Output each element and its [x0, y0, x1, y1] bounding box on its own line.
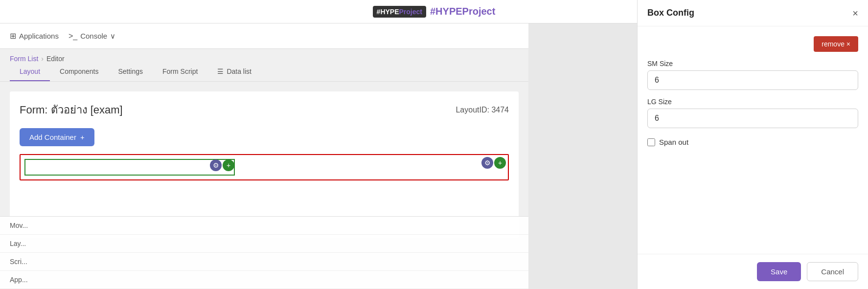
row-settings-button[interactable]: ⚙ — [481, 157, 493, 169]
tab-settings[interactable]: Settings — [108, 63, 153, 81]
breadcrumb-form-list[interactable]: Form List — [10, 55, 38, 63]
save-button[interactable]: Save — [757, 262, 801, 281]
add-container-button[interactable]: Add Container + — [20, 128, 94, 146]
menu-item-layout[interactable]: Lay... — [0, 235, 528, 253]
inner-controls: ⚙ + — [210, 159, 234, 171]
cancel-button[interactable]: Cancel — [807, 262, 858, 281]
add-container-label: Add Container — [29, 133, 76, 141]
tab-form-script[interactable]: Form Script — [153, 63, 207, 81]
row-controls: ⚙ + — [481, 157, 506, 169]
brand-title: #HYPEProject — [430, 6, 495, 17]
applications-nav[interactable]: ⊞ Applications — [10, 31, 59, 41]
form-header: Form: ตัวอย่าง [exam] LayoutID: 3474 — [20, 101, 509, 118]
console-nav[interactable]: >_ Console ∨ — [69, 32, 115, 41]
close-button[interactable]: × — [852, 8, 858, 18]
sm-size-group: SM Size — [647, 60, 858, 90]
brand-project: Project — [399, 8, 422, 16]
lg-size-group: LG Size — [647, 98, 858, 128]
tab-layout[interactable]: Layout — [10, 63, 50, 81]
sm-size-input[interactable] — [647, 70, 858, 90]
breadcrumb-editor: Editor — [46, 55, 65, 63]
inner-settings-button[interactable]: ⚙ — [210, 159, 222, 171]
tab-data-list[interactable]: ☰ Data list — [207, 63, 261, 81]
panel-header: Box Config × — [638, 0, 868, 26]
inner-add-button[interactable]: + — [223, 159, 234, 171]
container-row: ⚙ + ⚙ + — [20, 154, 509, 180]
grid-icon: ⊞ — [10, 31, 16, 41]
secondary-nav: ⊞ Applications >_ Console ∨ — [0, 23, 528, 49]
tabs: Layout Components Settings Form Script ☰… — [0, 63, 528, 82]
breadcrumb-separator: › — [41, 55, 44, 63]
brand: #HYPEProject #HYPEProject — [373, 6, 496, 18]
span-out-label: Span out — [659, 138, 688, 146]
inner-container-box: ⚙ + — [24, 159, 235, 176]
datalist-icon: ☰ — [217, 67, 224, 75]
terminal-icon: >_ — [69, 32, 77, 41]
main-area: ⊞ Applications >_ Console ∨ Form List › … — [0, 23, 528, 289]
panel-title: Box Config — [647, 8, 694, 18]
add-container-icon: + — [80, 133, 85, 141]
panel-body: remove × SM Size LG Size Span out — [638, 26, 868, 254]
lg-size-label: LG Size — [647, 98, 858, 106]
applications-label: Applications — [19, 32, 59, 40]
panel-footer: Save Cancel — [638, 254, 868, 289]
console-label: Console — [80, 32, 107, 40]
span-out-row: Span out — [647, 138, 858, 146]
lg-size-input[interactable] — [647, 109, 858, 128]
menu-item-script[interactable]: Scri... — [0, 253, 528, 271]
sm-size-label: SM Size — [647, 60, 858, 67]
menu-item-app[interactable]: App... — [0, 271, 528, 289]
menu-item-move[interactable]: Mov... — [0, 217, 528, 235]
breadcrumb: Form List › Editor — [0, 49, 528, 63]
chevron-down-icon: ∨ — [110, 32, 115, 41]
tab-components[interactable]: Components — [50, 63, 108, 81]
box-config-panel: Box Config × remove × SM Size LG Size Sp… — [637, 0, 868, 289]
brand-logo: #HYPEProject — [373, 6, 426, 18]
form-title: Form: ตัวอย่าง [exam] — [20, 101, 123, 118]
brand-hype: #HYPE — [377, 8, 399, 16]
bottom-menu: Mov... Lay... Scri... App... — [0, 216, 528, 289]
layout-id: LayoutID: 3474 — [456, 106, 509, 114]
span-out-checkbox[interactable] — [647, 138, 655, 146]
row-add-button[interactable]: + — [494, 157, 506, 169]
remove-button[interactable]: remove × — [814, 36, 858, 52]
